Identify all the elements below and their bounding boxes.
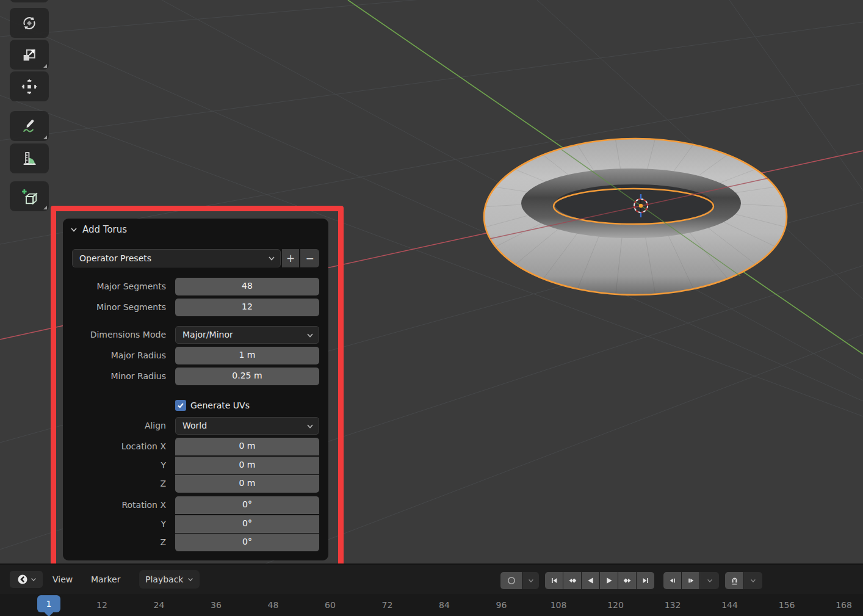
frame-tick-label: 48 bbox=[268, 594, 279, 616]
location-x-label: Location X bbox=[63, 438, 166, 455]
play-reverse-button[interactable] bbox=[582, 572, 599, 589]
chevron-down-icon bbox=[528, 578, 534, 584]
more-tools-indicator bbox=[43, 136, 47, 139]
playback-menu[interactable]: Playback bbox=[139, 570, 200, 589]
dimensions-mode-dropdown[interactable]: Major/Minor bbox=[175, 326, 319, 344]
rotate-tool-button[interactable] bbox=[10, 8, 49, 38]
jump-to-end-button[interactable] bbox=[637, 572, 654, 589]
major-segments-field[interactable]: 48 bbox=[175, 278, 319, 295]
checkmark-icon bbox=[177, 402, 184, 409]
next-keyframe-icon bbox=[623, 576, 632, 585]
align-row: Align World bbox=[63, 417, 328, 435]
annotate-tool-button[interactable] bbox=[10, 111, 49, 141]
location-y-field[interactable]: 0 m bbox=[175, 457, 319, 474]
next-frame-button[interactable] bbox=[682, 572, 699, 589]
align-dropdown[interactable]: World bbox=[175, 417, 319, 435]
minor-segments-field[interactable]: 12 bbox=[175, 299, 319, 316]
play-button[interactable] bbox=[600, 572, 618, 589]
rotation-y-field[interactable]: 0° bbox=[175, 515, 319, 533]
dimensions-mode-label: Dimensions Mode bbox=[63, 326, 166, 344]
scale-icon bbox=[21, 46, 38, 63]
chevron-down-icon bbox=[268, 255, 275, 262]
add-preset-button[interactable]: + bbox=[282, 249, 299, 267]
annotate-icon bbox=[21, 118, 38, 135]
timeline-editor: View Marker Playback bbox=[0, 563, 863, 616]
frame-tick-label: 12 bbox=[96, 594, 107, 616]
chevron-down-icon bbox=[31, 576, 37, 582]
generate-uvs-row: Generate UVs bbox=[175, 399, 250, 411]
rotation-x-field[interactable]: 0° bbox=[175, 496, 319, 514]
editor-type-button[interactable] bbox=[10, 571, 43, 588]
generate-uvs-checkbox[interactable] bbox=[175, 400, 186, 411]
location-x-field[interactable]: 0 m bbox=[175, 438, 319, 455]
3d-viewport[interactable]: Add Torus Operator Presets + − Major Seg… bbox=[0, 0, 863, 563]
location-y-row: Y 0 m bbox=[63, 457, 328, 474]
next-frame-icon bbox=[686, 576, 696, 585]
jump-to-start-button[interactable] bbox=[545, 572, 563, 589]
remove-preset-button[interactable]: − bbox=[300, 249, 319, 267]
snap-magnet-icon bbox=[729, 576, 740, 586]
marker-menu[interactable]: Marker bbox=[91, 565, 120, 594]
jump-to-end-icon bbox=[641, 576, 651, 585]
minor-segments-label: Minor Segments bbox=[63, 299, 166, 316]
rotation-y-label: Y bbox=[63, 515, 166, 533]
location-y-label: Y bbox=[63, 457, 166, 474]
previous-frame-button[interactable] bbox=[663, 572, 681, 589]
rotate-icon bbox=[21, 15, 38, 32]
minor-segments-row: Minor Segments 12 bbox=[63, 299, 328, 316]
rotation-z-row: Z 0° bbox=[63, 534, 328, 551]
minor-radius-row: Minor Radius 0.25 m bbox=[63, 368, 328, 385]
add-cube-tool-button[interactable] bbox=[10, 181, 49, 211]
previous-keyframe-button[interactable] bbox=[563, 572, 581, 589]
frame-tick-label: 72 bbox=[382, 594, 393, 616]
add-torus-panel: Add Torus Operator Presets + − Major Seg… bbox=[63, 219, 328, 560]
move-tool-button[interactable] bbox=[10, 0, 49, 2]
major-radius-row: Major Radius 1 m bbox=[63, 347, 328, 364]
align-label: Align bbox=[63, 417, 166, 435]
minor-radius-field[interactable]: 0.25 m bbox=[175, 368, 319, 385]
transform-tool-button[interactable] bbox=[10, 71, 49, 101]
rotation-x-row: Rotation X 0° bbox=[63, 496, 328, 514]
rotation-z-field[interactable]: 0° bbox=[175, 534, 319, 551]
frame-tick-label: 156 bbox=[779, 594, 795, 616]
frame-step-options-button[interactable] bbox=[700, 572, 719, 589]
blender-window: Add Torus Operator Presets + − Major Seg… bbox=[0, 0, 863, 616]
frame-tick-label: 144 bbox=[721, 594, 738, 616]
operator-presets-label: Operator Presets bbox=[79, 253, 151, 263]
view-menu[interactable]: View bbox=[52, 565, 73, 594]
major-segments-label: Major Segments bbox=[63, 278, 166, 295]
torus-object[interactable] bbox=[484, 139, 787, 295]
frame-tick-label: 84 bbox=[439, 594, 450, 616]
chevron-down-icon bbox=[187, 576, 193, 582]
panel-header[interactable]: Add Torus bbox=[70, 224, 127, 235]
snap-options-button[interactable] bbox=[744, 572, 762, 589]
frame-tick-label: 168 bbox=[836, 594, 852, 616]
transform-icon bbox=[21, 78, 38, 95]
more-tools-indicator bbox=[43, 64, 47, 68]
add-cube-icon bbox=[20, 187, 38, 206]
location-z-field[interactable]: 0 m bbox=[175, 475, 319, 493]
chevron-down-icon bbox=[306, 332, 314, 339]
rotation-y-row: Y 0° bbox=[63, 515, 328, 533]
dimensions-mode-row: Dimensions Mode Major/Minor bbox=[63, 326, 328, 344]
frame-tick-label: 60 bbox=[325, 594, 336, 616]
scale-tool-button[interactable] bbox=[10, 40, 49, 70]
major-radius-field[interactable]: 1 m bbox=[175, 347, 319, 364]
snap-button[interactable] bbox=[725, 572, 743, 589]
next-keyframe-button[interactable] bbox=[618, 572, 636, 589]
play-reverse-icon bbox=[586, 576, 596, 585]
frame-tick-label: 96 bbox=[496, 594, 507, 616]
current-frame-marker[interactable]: 1 bbox=[37, 595, 60, 612]
timeline-ruler[interactable]: 1 1224364860728496108120132144156168 bbox=[0, 594, 863, 616]
auto-keyframe-button[interactable] bbox=[500, 572, 522, 589]
record-circle-icon bbox=[506, 575, 517, 586]
auto-keyframe-options-button[interactable] bbox=[522, 572, 539, 589]
timeline-editor-clock-icon bbox=[16, 573, 29, 585]
chevron-down-icon bbox=[707, 578, 713, 584]
measure-tool-button[interactable] bbox=[10, 143, 49, 173]
major-radius-label: Major Radius bbox=[63, 347, 166, 364]
location-x-row: Location X 0 m bbox=[63, 438, 328, 455]
align-value: World bbox=[182, 418, 207, 434]
operator-presets-dropdown[interactable]: Operator Presets bbox=[72, 249, 281, 267]
snap-group bbox=[725, 572, 762, 589]
